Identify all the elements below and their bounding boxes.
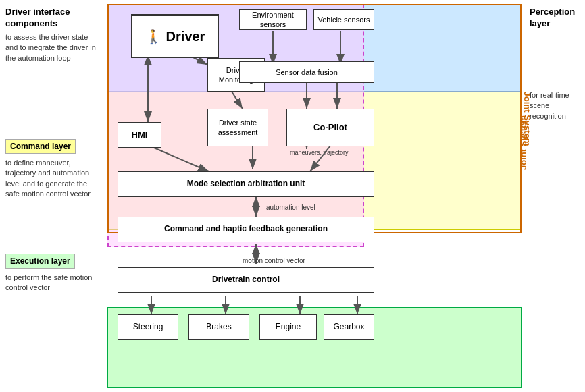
drivetrain-box: Drivetrain control [118, 267, 374, 293]
engine-box: Engine [259, 314, 317, 340]
perception-title: Perception layer [530, 7, 580, 30]
page: Driver interface components to assess th… [0, 0, 585, 392]
hmi-label: HMI [132, 130, 148, 141]
copilot-box: Co-Pilot [286, 109, 374, 146]
driver-state-box: Driver state assessment [207, 109, 268, 146]
mode-selection-label: Mode selection arbitration unit [187, 179, 305, 190]
execution-layer-label: Execution layer [5, 254, 75, 269]
command-layer-desc: to define maneuver, trajectory and autom… [5, 158, 99, 200]
right-sidebar: Perception layer for real-time scene rec… [524, 0, 585, 392]
execution-layer-section: Execution layer to perform the safe moti… [5, 254, 99, 293]
automation-label: automation level [266, 204, 315, 211]
diagram-area: Joint System [105, 0, 524, 392]
env-sensors-label: Environment sensors [243, 10, 303, 30]
copilot-label: Co-Pilot [313, 122, 347, 134]
steering-label: Steering [133, 322, 163, 333]
engine-label: Engine [276, 322, 301, 333]
joint-system-text: Joint System [518, 115, 528, 170]
command-layer-section: Command layer to define maneuver, trajec… [5, 139, 99, 200]
command-layer-label: Command layer [5, 139, 76, 154]
driver-label: Driver [166, 28, 205, 45]
hmi-box: HMI [118, 122, 161, 148]
steering-box: Steering [118, 314, 178, 340]
mode-selection-box: Mode selection arbitration unit [118, 171, 374, 197]
drivetrain-label: Drivetrain control [212, 275, 280, 285]
left-sidebar: Driver interface components to assess th… [0, 0, 105, 392]
driver-interface-title: Driver interface components [5, 7, 99, 30]
vehicle-sensors-box: Vehicle sensors [313, 9, 374, 30]
driver-interface-desc: to assess the driver state and to inegra… [5, 32, 99, 63]
diagram: Joint System [107, 4, 522, 388]
driver-box: 🚶 Driver [131, 14, 219, 58]
env-sensors-box: Environment sensors [239, 9, 307, 30]
brakes-box: Brakes [188, 314, 249, 340]
maneuvers-label: maneuvers, trajectory [290, 149, 349, 156]
sensor-fusion-box: Sensor data fusion [239, 61, 374, 83]
gearbox-label: Gearbox [333, 322, 364, 333]
gearbox-box: Gearbox [324, 314, 374, 340]
motion-label: motion control vector [243, 257, 305, 264]
perception-desc: for real-time scene recognition [530, 90, 580, 121]
execution-layer-desc: to perform the safe motion control vecto… [5, 273, 99, 293]
driver-state-label: Driver state assessment [211, 118, 264, 138]
command-haptic-box: Command and haptic feedback generation [118, 217, 374, 242]
driver-interface-section: Driver interface components to assess th… [5, 7, 99, 63]
sensor-fusion-label: Sensor data fusion [276, 67, 338, 77]
command-haptic-label: Command and haptic feedback generation [164, 224, 328, 235]
driver-icon: 🚶 [145, 28, 162, 45]
vehicle-sensors-label: Vehicle sensors [317, 15, 370, 24]
brakes-label: Brakes [206, 322, 231, 333]
